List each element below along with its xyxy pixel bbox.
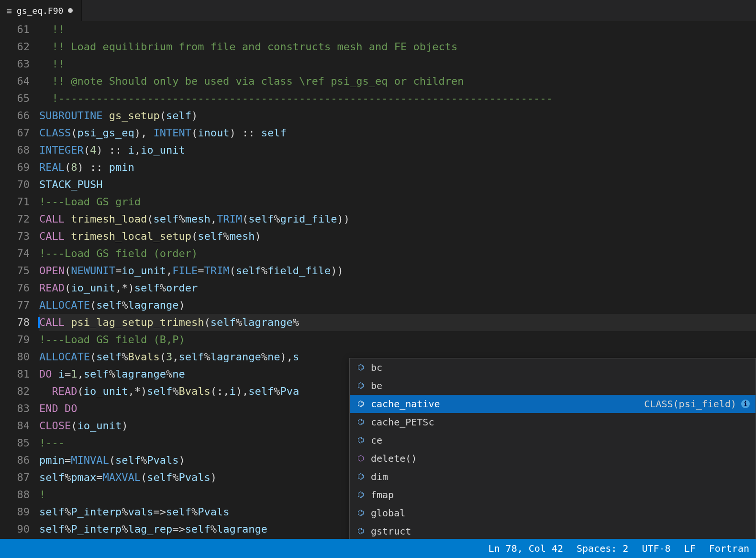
- line-number: 63: [0, 56, 30, 73]
- line-number: 77: [0, 297, 30, 314]
- suggest-label: delete(): [371, 450, 750, 467]
- line-number: 74: [0, 245, 30, 262]
- field-icon: ⌬: [356, 504, 366, 522]
- line-number: 86: [0, 452, 30, 469]
- code-line[interactable]: !!: [39, 21, 756, 38]
- suggest-label: bc: [371, 359, 750, 376]
- suggest-item[interactable]: ⌬cache_nativeCLASS(psi_field)i: [350, 395, 756, 413]
- dirty-indicator-icon: [68, 8, 73, 13]
- code-line[interactable]: CALL psi_lag_setup_trimesh(self%lagrange…: [39, 314, 756, 331]
- suggest-item[interactable]: ⌬dim: [350, 468, 756, 486]
- suggest-item[interactable]: ⌬be: [350, 377, 756, 395]
- line-number: 70: [0, 176, 30, 193]
- line-number: 84: [0, 417, 30, 435]
- line-number: 62: [0, 38, 30, 56]
- field-icon: ⌬: [356, 486, 366, 503]
- code-line[interactable]: STACK_PUSH: [39, 176, 756, 193]
- field-icon: ⌬: [356, 523, 366, 540]
- line-number: 69: [0, 159, 30, 176]
- line-number: 71: [0, 193, 30, 211]
- line-number: 78: [0, 314, 30, 331]
- code-line[interactable]: ALLOCATE(self%lagrange): [39, 297, 756, 314]
- code-line[interactable]: CALL trimesh_load(self%mesh,TRIM(self%gr…: [39, 211, 756, 228]
- field-icon: ⌬: [356, 413, 366, 431]
- line-number: 90: [0, 521, 30, 538]
- field-icon: ⌬: [356, 395, 366, 413]
- line-number: 87: [0, 469, 30, 486]
- field-icon: ⌬: [356, 377, 366, 394]
- code-line[interactable]: CLASS(psi_gs_eq), INTENT(inout) :: self: [39, 124, 756, 142]
- suggest-item[interactable]: ⌬global: [350, 504, 756, 522]
- field-icon: ⌬: [356, 432, 366, 449]
- suggest-label: cache_PETSc: [371, 413, 750, 431]
- code-line[interactable]: SUBROUTINE gs_setup(self): [39, 107, 756, 124]
- code-line[interactable]: !!: [39, 56, 756, 73]
- code-line[interactable]: !---Load GS field (order): [39, 245, 756, 262]
- line-number: 83: [0, 400, 30, 417]
- line-number: 89: [0, 503, 30, 521]
- line-gutter: 6162636465666768697071727374757677787980…: [0, 21, 39, 538]
- suggest-label: global: [371, 504, 750, 522]
- line-number: 85: [0, 435, 30, 452]
- code-line[interactable]: INTEGER(4) :: i,io_unit: [39, 142, 756, 159]
- status-indent[interactable]: Spaces: 2: [577, 543, 628, 554]
- tab-gs-eq[interactable]: ≡ gs_eq.F90: [0, 0, 82, 21]
- suggest-item[interactable]: ⌬bc: [350, 358, 756, 377]
- status-position[interactable]: Ln 78, Col 42: [488, 543, 563, 554]
- tab-title: gs_eq.F90: [17, 6, 64, 16]
- code-line[interactable]: OPEN(NEWUNIT=io_unit,FILE=TRIM(self%fiel…: [39, 262, 756, 279]
- code-line[interactable]: CALL trimesh_local_setup(self%mesh): [39, 228, 756, 245]
- line-number: 82: [0, 383, 30, 400]
- method-icon: ⬡: [356, 450, 366, 467]
- suggest-label: fmap: [371, 486, 750, 503]
- suggest-item[interactable]: ⌬cache_PETSc: [350, 413, 756, 431]
- code-line[interactable]: !---------------------------------------…: [39, 90, 756, 107]
- code-line[interactable]: !! @note Should only be used via class \…: [39, 73, 756, 90]
- line-number: 68: [0, 142, 30, 159]
- line-number: 61: [0, 21, 30, 38]
- line-number: 66: [0, 107, 30, 124]
- suggest-label: dim: [371, 468, 750, 485]
- code-line[interactable]: READ(io_unit,*)self%order: [39, 279, 756, 297]
- hamburger-icon: ≡: [7, 6, 12, 16]
- line-number: 76: [0, 279, 30, 297]
- suggest-label: be: [371, 377, 750, 394]
- info-icon[interactable]: i: [741, 400, 750, 408]
- suggest-label: ce: [371, 432, 750, 449]
- suggest-label: gstruct: [371, 523, 750, 540]
- status-bar: Ln 78, Col 42 Spaces: 2 UTF-8 LF Fortran: [0, 539, 756, 558]
- field-icon: ⌬: [356, 468, 366, 485]
- suggest-detail: CLASS(psi_field): [644, 395, 736, 413]
- status-eol[interactable]: LF: [684, 543, 696, 554]
- status-encoding[interactable]: UTF-8: [642, 543, 670, 554]
- suggest-item[interactable]: ⌬fmap: [350, 486, 756, 504]
- editor[interactable]: 6162636465666768697071727374757677787980…: [0, 21, 756, 538]
- tab-bar: ≡ gs_eq.F90: [0, 0, 756, 21]
- field-icon: ⌬: [356, 359, 366, 376]
- current-line-marker: [38, 317, 40, 328]
- line-number: 73: [0, 228, 30, 245]
- code-line[interactable]: !! Load equilibrium from file and constr…: [39, 38, 756, 56]
- code-line[interactable]: !---Load GS field (B,P): [39, 331, 756, 348]
- suggest-item[interactable]: ⬡delete(): [350, 449, 756, 468]
- line-number: 88: [0, 486, 30, 503]
- line-number: 80: [0, 348, 30, 366]
- code-line[interactable]: !---Load GS grid: [39, 193, 756, 211]
- suggest-label: cache_native: [371, 395, 639, 413]
- line-number: 64: [0, 73, 30, 90]
- line-number: 72: [0, 211, 30, 228]
- line-number: 79: [0, 331, 30, 348]
- line-number: 75: [0, 262, 30, 279]
- suggest-item[interactable]: ⌬ce: [350, 431, 756, 449]
- status-language[interactable]: Fortran: [709, 543, 749, 554]
- line-number: 67: [0, 124, 30, 142]
- line-number: 81: [0, 366, 30, 383]
- code-line[interactable]: REAL(8) :: pmin: [39, 159, 756, 176]
- intellisense-popup[interactable]: ⌬bc⌬be⌬cache_nativeCLASS(psi_field)i⌬cac…: [349, 358, 756, 558]
- line-number: 65: [0, 90, 30, 107]
- suggest-item[interactable]: ⌬gstruct: [350, 522, 756, 540]
